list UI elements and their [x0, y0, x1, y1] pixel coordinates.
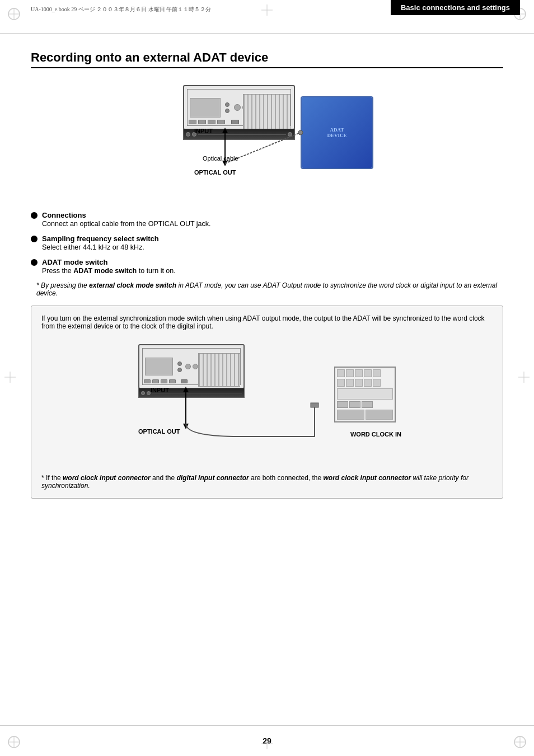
bullet-dot-adat [31, 259, 38, 266]
diagram1-optical-cable-label: Optical cable [203, 155, 238, 162]
device-buttons [189, 120, 239, 124]
bullet-content-connections: Connections Connect an optical cable fro… [42, 211, 211, 228]
header-meta: UA-1000_e.book 29 ページ ２００３年８月６日 水曜日 午前１１… [31, 6, 211, 13]
bullet-dot-connections [31, 212, 38, 219]
crosshair-left [4, 372, 16, 385]
crosshair-bottom [261, 738, 273, 752]
diagram2: INPUT OPTICAL OUT WORD CLOCK IN [127, 339, 407, 467]
device-grid [243, 94, 291, 130]
crosshair-top [261, 4, 273, 18]
bullet-text-sampling: Select either 44.1 kHz or 48 kHz. [42, 243, 159, 251]
info-box-text: If you turn on the external synchronizat… [41, 314, 493, 330]
diagram1-optical-out-label: OPTICAL OUT [194, 169, 236, 176]
digital-input-bold: digital input connector [176, 474, 249, 482]
svg-marker-21 [183, 424, 189, 429]
bullet-content-sampling: Sampling frequency select switch Select … [42, 234, 159, 251]
diagram1: ADATDEVICE INPUT Optical cable OPTICAL O… [31, 79, 503, 203]
diagram2-optical-out-label: OPTICAL OUT [138, 428, 180, 435]
diagram1-input-label: INPUT [194, 128, 213, 134]
bullet-adat: ADAT mode switch Press the ADAT mode swi… [31, 258, 503, 275]
header-title: Basic connections and settings [391, 0, 520, 15]
device-knobs [225, 102, 229, 113]
bottom-note: * If the word clock input connector and … [41, 474, 493, 490]
diagram2-input-label: INPUT [151, 387, 169, 393]
bullet-connections: Connections Connect an optical cable fro… [31, 211, 503, 228]
bullet-sampling: Sampling frequency select switch Select … [31, 234, 503, 251]
clock-mode-bold: external clock mode switch [89, 281, 176, 289]
word-clock-bold1: word clock input connector [63, 474, 151, 482]
info-box: If you turn on the external synchronizat… [31, 306, 503, 499]
bullet-dot-sampling [31, 236, 38, 242]
section-title: Recording onto an external ADAT device [31, 50, 503, 68]
diagram2-word-clock-label: WORD CLOCK IN [350, 431, 401, 438]
bullet-title-sampling: Sampling frequency select switch [42, 234, 159, 243]
bullet-text-connections: Connect an optical cable from the OPTICA… [42, 220, 211, 228]
word-clock-bold2: word clock input connector [324, 474, 411, 482]
adat-device: ADATDEVICE [301, 96, 373, 169]
crosshair-right [518, 372, 530, 385]
device-dot-2 [225, 109, 229, 113]
bullet-text-adat: Press the ADAT mode switch to turn it on… [42, 267, 176, 275]
italic-note: * By pressing the external clock mode sw… [31, 281, 503, 297]
svg-rect-22 [311, 403, 318, 407]
bullet-content-adat: ADAT mode switch Press the ADAT mode swi… [42, 258, 176, 275]
word-clock-device [334, 367, 396, 422]
bullet-title-adat: ADAT mode switch [42, 258, 176, 266]
diagram1-container: ADATDEVICE INPUT Optical cable OPTICAL O… [161, 79, 373, 203]
diagram2-wrapper: INPUT OPTICAL OUT WORD CLOCK IN [41, 339, 493, 467]
main-content: Recording onto an external ADAT device [31, 34, 503, 722]
adat-label: ADATDEVICE [327, 127, 346, 138]
ua1000-device [183, 85, 295, 130]
device-dot-1 [225, 102, 229, 107]
device-screen [190, 98, 221, 118]
bullet-title-connections: Connections [42, 211, 211, 219]
ua1000-device2 [138, 344, 245, 389]
